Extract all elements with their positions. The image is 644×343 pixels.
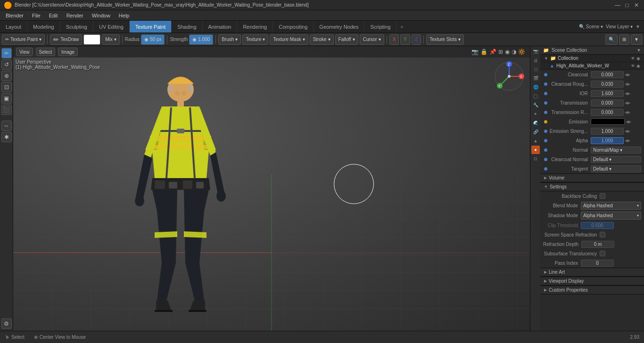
prop-tab-world[interactable]: 🌐 (531, 83, 540, 91)
viewport-select-menu[interactable]: Select (36, 48, 56, 56)
line-art-section-header[interactable]: ▶ Line Art (540, 268, 644, 277)
tool-settings-button[interactable]: ⚙ (1, 318, 12, 329)
tab-rendering[interactable]: Rendering (237, 21, 273, 33)
custom-properties-section-header[interactable]: ▶ Custom Properties (540, 286, 644, 294)
transmission-roughness-value[interactable]: 0.000 (591, 109, 624, 116)
scene-collection-filter[interactable]: ▼ (636, 48, 641, 53)
viewport-display-section-header[interactable]: ▶ Viewport Display (540, 277, 644, 286)
emission-strength-value[interactable]: 1.000 (591, 128, 624, 135)
mask-tool-button[interactable]: ⬛ (1, 105, 12, 115)
brush-dropdown[interactable]: ✏ TexDraw (50, 34, 82, 45)
ior-value[interactable]: 1.600 (591, 90, 624, 97)
fill-tool-button[interactable]: ▣ (1, 93, 12, 104)
cursor-dropdown[interactable]: Cursor▾ (360, 34, 384, 45)
tab-geometry-nodes[interactable]: Geometry Nodes (314, 21, 364, 33)
texture-slots-dropdown[interactable]: Texture Slots ▾ (426, 34, 464, 45)
scene-selector[interactable]: 🔍 Scene ▾ (579, 24, 603, 29)
transmission-value[interactable]: 0.000 (591, 99, 624, 106)
tab-texture-paint[interactable]: Texture Paint (130, 21, 172, 33)
backface-culling-checkbox[interactable] (600, 193, 605, 199)
search-button[interactable]: 🔍 (605, 34, 618, 45)
prop-tab-modifier[interactable]: 🔧 (531, 101, 540, 109)
clearcoat-normal-value[interactable]: Default ▾ (591, 156, 641, 163)
blend-mode-select[interactable]: Alpha Hashed ▾ (581, 202, 641, 210)
stroke-dropdown[interactable]: Stroke▾ (310, 34, 334, 45)
camera-icon[interactable]: 📷 (471, 49, 479, 55)
shadow-mode-select[interactable]: Alpha Hashed ▾ (581, 212, 641, 220)
screen-space-refraction-checkbox[interactable] (600, 232, 605, 237)
strength-field[interactable]: ◉ 1.000 (189, 34, 213, 45)
lock-icon[interactable]: 🔒 (480, 49, 487, 55)
menu-window[interactable]: Window (88, 12, 114, 19)
refraction-depth-value[interactable]: 0 m (581, 241, 614, 248)
viewport-shading-icon[interactable]: ◑ (512, 49, 516, 55)
prop-tab-texture[interactable]: ⊡ (531, 155, 540, 163)
maximize-button[interactable]: □ (623, 1, 631, 9)
subsurface-translucency-checkbox[interactable] (600, 251, 605, 256)
collection-item-main[interactable]: ▼ 📁 Collection 👁 ◉ (540, 55, 644, 62)
maximize-view-icon[interactable]: ⊞ (498, 49, 503, 55)
y-axis-btn[interactable]: Y (400, 34, 410, 45)
menu-blender[interactable]: Blender (2, 12, 27, 19)
clearcoat-roughness-value[interactable]: 0.030 (591, 81, 624, 88)
annotate-tool-button[interactable]: ✱ (1, 132, 12, 142)
overlay-settings-icon[interactable]: ◉ (505, 49, 510, 55)
prop-tab-output[interactable]: 🖨 (531, 56, 540, 65)
tab-scripting[interactable]: Scripting (364, 21, 396, 33)
prop-tab-particles[interactable]: ✦ (531, 110, 540, 118)
prop-tab-scene[interactable]: 🎬 (531, 74, 540, 82)
tab-shading[interactable]: Shading (172, 21, 202, 33)
worker-render-icon[interactable]: ◉ (636, 64, 640, 68)
blend-mode-dropdown[interactable]: Mix ▾ (102, 34, 120, 45)
add-workspace-button[interactable]: + (396, 21, 407, 33)
viewport-image-menu[interactable]: Image (58, 48, 78, 56)
worker-view-icon[interactable]: 👁 (631, 64, 635, 68)
navigation-gizmo[interactable]: Z X Y (492, 59, 526, 93)
radius-field[interactable]: ◉ 50 px (141, 34, 165, 45)
tab-animation[interactable]: Animation (203, 21, 238, 33)
tab-sculpting[interactable]: Sculpting (60, 21, 93, 33)
prop-tab-constraints[interactable]: 🔗 (531, 128, 540, 136)
minimize-button[interactable]: — (614, 1, 621, 9)
menu-edit[interactable]: Edit (45, 12, 62, 19)
prop-tab-object[interactable]: ◯ (531, 92, 540, 100)
texture-dropdown[interactable]: Texture▾ (242, 34, 268, 45)
clearcoat-value[interactable]: 0.000 (591, 71, 624, 78)
tab-layout[interactable]: Layout (0, 21, 27, 33)
color-swatch[interactable] (83, 34, 100, 45)
prop-tab-view-layer[interactable]: ◻ (531, 65, 540, 74)
volume-section-header[interactable]: ▶ Volume (540, 173, 644, 182)
tab-uv-editing[interactable]: UV Editing (93, 21, 130, 33)
brush-settings-dropdown[interactable]: Brush▾ (218, 34, 241, 45)
prop-tab-physics[interactable]: 🌊 (531, 119, 540, 127)
pin-icon[interactable]: 📌 (489, 49, 496, 55)
tab-modeling[interactable]: Modeling (27, 21, 60, 33)
prop-tab-material[interactable]: ● (531, 146, 540, 154)
render-icon[interactable]: 🔆 (518, 49, 525, 55)
prop-tab-render[interactable]: 📷 (531, 47, 540, 56)
menu-help[interactable]: Help (115, 12, 133, 19)
z-axis-btn[interactable]: Z (412, 34, 421, 45)
collection-item-worker[interactable]: ▲ High_Altitude_Worker_W 👁 ◉ (540, 62, 644, 70)
clone-tool-button[interactable]: ⊡ (1, 82, 12, 92)
emission-color-swatch[interactable] (591, 118, 625, 125)
transform-tool-button[interactable]: ↔ (1, 121, 12, 131)
normal-value[interactable]: Normal/Map ▾ (591, 147, 641, 154)
menu-file[interactable]: File (28, 12, 44, 19)
draw-tool-button[interactable]: ✏ (1, 48, 12, 58)
viewport[interactable]: View Select Image 📷 🔒 📌 ⊞ ◉ ◑ 🔆 User Per… (13, 46, 530, 331)
clip-threshold-value[interactable]: 0.500 (581, 222, 614, 229)
falloff-dropdown[interactable]: Falloff▾ (335, 34, 358, 45)
filter-icon[interactable]: ▼ (636, 24, 640, 29)
view-layer-selector[interactable]: View Layer ▾ (606, 24, 633, 29)
pass-index-value[interactable]: 0 (581, 260, 614, 267)
mode-dropdown[interactable]: ✏ Texture Paint ▾ (2, 34, 45, 45)
viewport-shading[interactable]: ▼ (631, 34, 642, 45)
overlay-toggle[interactable]: ⊞ (619, 34, 629, 45)
collection-select-icon[interactable]: ◉ (636, 56, 640, 61)
collection-view-icon[interactable]: 👁 (631, 56, 635, 61)
prop-tab-data[interactable]: ▲ (531, 137, 540, 145)
tab-compositing[interactable]: Compositing (273, 21, 314, 33)
alpha-value[interactable]: 1.000 (591, 137, 624, 144)
texture-mask-dropdown[interactable]: Texture Mask▾ (270, 34, 308, 45)
